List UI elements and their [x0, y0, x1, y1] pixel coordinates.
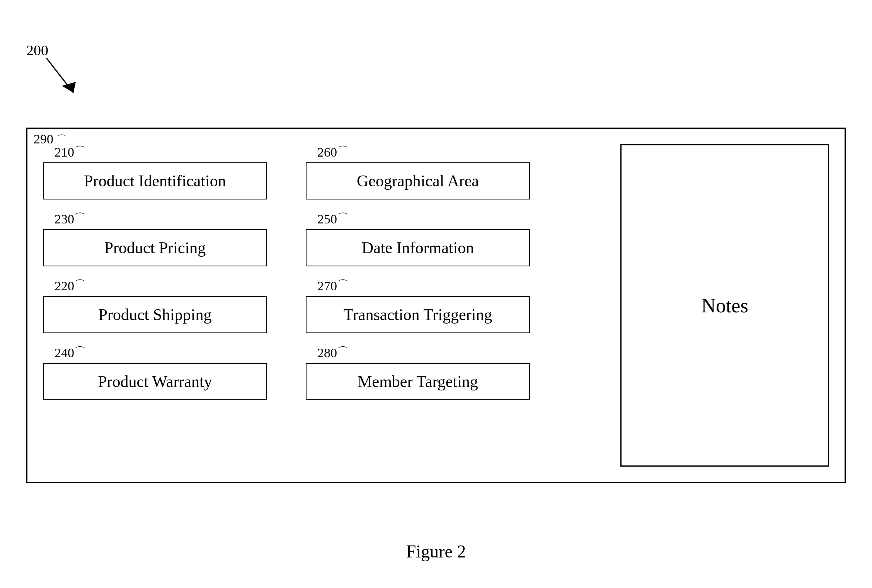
module-box-product-shipping: Product Shipping: [43, 296, 267, 333]
module-box-member-targeting: Member Targeting: [306, 363, 530, 400]
svg-marker-1: [62, 82, 76, 93]
module-group-230: 230⌒ Product Pricing: [43, 211, 267, 266]
module-number-240: 240⌒: [43, 345, 267, 361]
module-box-product-pricing: Product Pricing: [43, 229, 267, 266]
module-group-280: 280⌒ Member Targeting: [306, 345, 530, 400]
module-number-230: 230⌒: [43, 211, 267, 227]
module-number-280: 280⌒: [306, 345, 530, 361]
module-group-210: 210⌒ Product Identification: [43, 144, 267, 199]
module-group-270: 270⌒ Transaction Triggering: [306, 278, 530, 333]
module-box-geographical-area: Geographical Area: [306, 162, 530, 199]
module-box-product-warranty: Product Warranty: [43, 363, 267, 400]
notes-box: Notes: [620, 144, 829, 467]
figure-caption: Figure 2: [406, 541, 466, 562]
module-group-250: 250⌒ Date Information: [306, 211, 530, 266]
module-box-date-information: Date Information: [306, 229, 530, 266]
main-diagram-box: 290 ⌒ 210⌒ Product Identification 230⌒ P…: [26, 128, 846, 483]
module-number-250: 250⌒: [306, 211, 530, 227]
module-box-product-identification: Product Identification: [43, 162, 267, 199]
module-number-260: 260⌒: [306, 144, 530, 160]
arrow-200-icon: [39, 54, 85, 101]
module-group-260: 260⌒ Geographical Area: [306, 144, 530, 199]
module-group-240: 240⌒ Product Warranty: [43, 345, 267, 400]
middle-column: 260⌒ Geographical Area 250⌒ Date Informa…: [306, 144, 530, 412]
left-column: 210⌒ Product Identification 230⌒ Product…: [43, 144, 267, 412]
module-number-220: 220⌒: [43, 278, 267, 294]
module-box-transaction-triggering: Transaction Triggering: [306, 296, 530, 333]
module-group-220: 220⌒ Product Shipping: [43, 278, 267, 333]
notes-label: Notes: [701, 294, 748, 317]
module-number-210: 210⌒: [43, 144, 267, 160]
module-number-270: 270⌒: [306, 278, 530, 294]
